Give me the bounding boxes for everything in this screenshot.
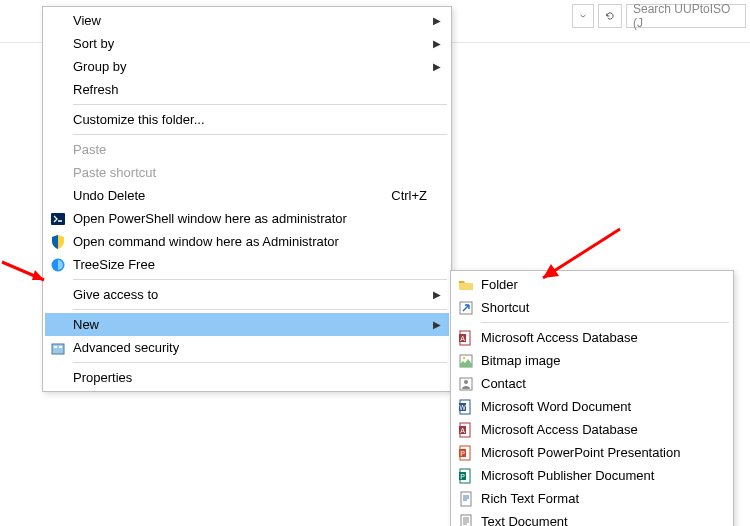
menu-label: Refresh bbox=[69, 82, 445, 97]
menu-open-command[interactable]: Open command window here as Administrato… bbox=[45, 230, 449, 253]
menu-separator bbox=[73, 279, 447, 280]
svg-rect-4 bbox=[59, 346, 62, 348]
menu-label: Microsoft Access Database bbox=[477, 422, 727, 437]
svg-text:A: A bbox=[460, 426, 465, 433]
svg-line-30 bbox=[2, 262, 44, 280]
menu-separator bbox=[73, 309, 447, 310]
chevron-right-icon: ▶ bbox=[433, 38, 441, 49]
blank-icon bbox=[47, 186, 69, 206]
refresh-button[interactable] bbox=[598, 4, 622, 28]
treesize-icon bbox=[47, 255, 69, 275]
menu-label: Shortcut bbox=[477, 300, 727, 315]
menu-treesize[interactable]: TreeSize Free bbox=[45, 253, 449, 276]
submenu-rtf[interactable]: Rich Text Format bbox=[453, 487, 731, 510]
chevron-right-icon: ▶ bbox=[433, 289, 441, 300]
menu-label: Advanced security bbox=[69, 340, 445, 355]
chevron-down-icon bbox=[579, 8, 587, 24]
blank-icon bbox=[47, 368, 69, 388]
menu-label: Properties bbox=[69, 370, 445, 385]
address-toolbar: Search UUPtoISO (J bbox=[572, 4, 746, 28]
blank-icon bbox=[47, 110, 69, 130]
menu-refresh[interactable]: Refresh bbox=[45, 78, 449, 101]
text-icon bbox=[455, 512, 477, 527]
chevron-right-icon: ▶ bbox=[433, 15, 441, 26]
menu-properties[interactable]: Properties bbox=[45, 366, 449, 389]
access-icon: A bbox=[455, 420, 477, 440]
menu-label: Microsoft Word Document bbox=[477, 399, 727, 414]
history-dropdown[interactable] bbox=[572, 4, 594, 28]
powershell-icon bbox=[47, 209, 69, 229]
blank-icon bbox=[47, 163, 69, 183]
menu-separator bbox=[73, 134, 447, 135]
svg-rect-26 bbox=[461, 515, 471, 527]
menu-label: View bbox=[69, 13, 445, 28]
menu-separator bbox=[73, 104, 447, 105]
menu-label: Rich Text Format bbox=[477, 491, 727, 506]
menu-view[interactable]: View ▶ bbox=[45, 9, 449, 32]
new-submenu: Folder Shortcut A Microsoft Access Datab… bbox=[450, 270, 734, 526]
powerpoint-icon: P bbox=[455, 443, 477, 463]
submenu-word[interactable]: W Microsoft Word Document bbox=[453, 395, 731, 418]
submenu-access-db-2[interactable]: A Microsoft Access Database bbox=[453, 418, 731, 441]
search-box[interactable]: Search UUPtoISO (J bbox=[626, 4, 746, 28]
menu-label: Paste shortcut bbox=[69, 165, 445, 180]
menu-give-access[interactable]: Give access to ▶ bbox=[45, 283, 449, 306]
svg-rect-2 bbox=[52, 344, 64, 354]
menu-label: Customize this folder... bbox=[69, 112, 445, 127]
svg-rect-25 bbox=[461, 492, 471, 506]
svg-text:P: P bbox=[460, 449, 465, 456]
menu-group-by[interactable]: Group by ▶ bbox=[45, 55, 449, 78]
menu-paste: Paste bbox=[45, 138, 449, 161]
submenu-contact[interactable]: Contact bbox=[453, 372, 731, 395]
menu-label: Paste bbox=[69, 142, 445, 157]
chevron-right-icon: ▶ bbox=[433, 61, 441, 72]
menu-paste-shortcut: Paste shortcut bbox=[45, 161, 449, 184]
submenu-shortcut[interactable]: Shortcut bbox=[453, 296, 731, 319]
menu-label: Microsoft Publisher Document bbox=[477, 468, 727, 483]
blank-icon bbox=[47, 285, 69, 305]
submenu-bitmap[interactable]: Bitmap image bbox=[453, 349, 731, 372]
rtf-icon bbox=[455, 489, 477, 509]
shortcut-icon bbox=[455, 298, 477, 318]
contact-icon bbox=[455, 374, 477, 394]
menu-label: Contact bbox=[477, 376, 727, 391]
menu-label: Give access to bbox=[69, 287, 445, 302]
menu-open-powershell[interactable]: Open PowerShell window here as administr… bbox=[45, 207, 449, 230]
menu-undo-delete[interactable]: Undo Delete Ctrl+Z bbox=[45, 184, 449, 207]
submenu-powerpoint[interactable]: P Microsoft PowerPoint Presentation bbox=[453, 441, 731, 464]
menu-separator bbox=[481, 322, 729, 323]
submenu-folder[interactable]: Folder bbox=[453, 273, 731, 296]
menu-label: Sort by bbox=[69, 36, 445, 51]
bitmap-icon bbox=[455, 351, 477, 371]
menu-customize-folder[interactable]: Customize this folder... bbox=[45, 108, 449, 131]
menu-label: Folder bbox=[477, 277, 727, 292]
submenu-text[interactable]: Text Document bbox=[453, 510, 731, 526]
folder-icon bbox=[455, 275, 477, 295]
context-menu: View ▶ Sort by ▶ Group by ▶ Refresh Cust… bbox=[42, 6, 452, 392]
menu-label: Microsoft PowerPoint Presentation bbox=[477, 445, 727, 460]
menu-label: TreeSize Free bbox=[69, 257, 445, 272]
menu-label: Open PowerShell window here as administr… bbox=[69, 211, 445, 226]
menu-label: New bbox=[69, 317, 445, 332]
svg-rect-3 bbox=[54, 346, 57, 348]
submenu-access-db[interactable]: A Microsoft Access Database bbox=[453, 326, 731, 349]
svg-text:W: W bbox=[459, 403, 466, 410]
menu-advanced-security[interactable]: Advanced security bbox=[45, 336, 449, 359]
menu-separator bbox=[73, 362, 447, 363]
svg-rect-0 bbox=[51, 213, 65, 225]
menu-label: Text Document bbox=[477, 514, 727, 526]
menu-label: Group by bbox=[69, 59, 445, 74]
menu-sort-by[interactable]: Sort by ▶ bbox=[45, 32, 449, 55]
refresh-icon bbox=[605, 8, 615, 24]
publisher-icon: P bbox=[455, 466, 477, 486]
chevron-right-icon: ▶ bbox=[433, 319, 441, 330]
blank-icon bbox=[47, 57, 69, 77]
menu-shortcut: Ctrl+Z bbox=[391, 188, 445, 203]
submenu-publisher[interactable]: P Microsoft Publisher Document bbox=[453, 464, 731, 487]
blank-icon bbox=[47, 315, 69, 335]
menu-new[interactable]: New ▶ bbox=[45, 313, 449, 336]
word-icon: W bbox=[455, 397, 477, 417]
menu-label: Bitmap image bbox=[477, 353, 727, 368]
svg-text:P: P bbox=[460, 472, 465, 479]
blank-icon bbox=[47, 80, 69, 100]
